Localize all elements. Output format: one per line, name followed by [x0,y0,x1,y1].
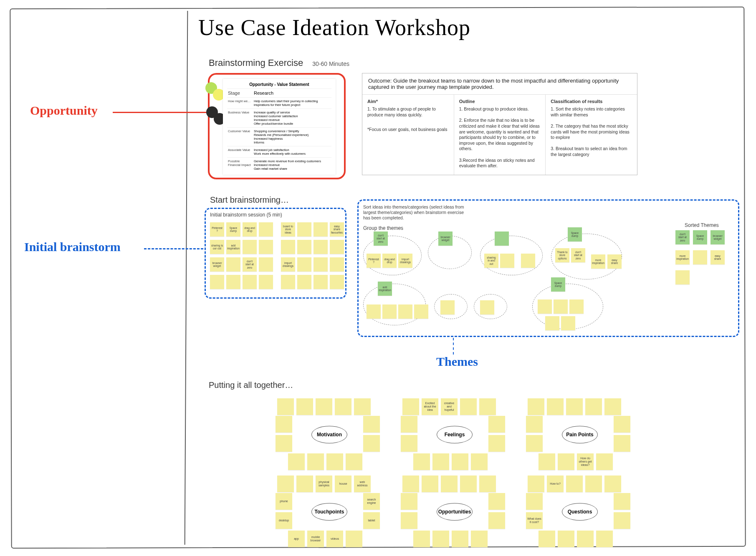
empathy-note[interactable] [346,453,362,470]
empathy-note[interactable]: Excited about the idea [422,398,438,415]
sorted-theme-note[interactable] [693,250,707,264]
sticky-note[interactable] [259,275,273,289]
empathy-note[interactable] [604,398,621,415]
sorted-theme-note[interactable]: more inspiration [675,250,690,264]
sticky-note[interactable] [259,222,273,236]
empathy-note[interactable] [402,398,419,415]
sticky-note[interactable] [297,275,311,289]
empathy-note[interactable] [335,398,351,415]
empathy-note[interactable] [316,398,332,415]
empathy-note[interactable] [488,493,505,510]
empathy-note[interactable] [488,416,505,433]
empathy-note[interactable] [539,531,555,547]
empathy-note[interactable] [452,453,468,470]
empathy-note[interactable]: tablet [363,512,380,529]
empathy-note[interactable]: videos [326,531,343,547]
empathy-note[interactable] [614,416,630,433]
empathy-note[interactable] [432,453,449,470]
empathy-note[interactable] [277,475,294,492]
sticky-note[interactable] [297,222,311,236]
empathy-note[interactable]: creative and hopeful [441,398,458,415]
empathy-note[interactable] [558,453,574,470]
theme-note[interactable] [500,254,514,268]
theme-note[interactable] [367,304,381,319]
theme-note[interactable] [398,304,412,319]
empathy-note[interactable] [566,475,583,492]
theme-header-note[interactable]: Space dump [568,227,582,242]
empathy-note[interactable] [596,453,613,470]
theme-note[interactable] [440,300,455,314]
empathy-note[interactable] [585,398,602,415]
theme-note[interactable]: don't start at zero [571,248,585,262]
empathy-note[interactable] [585,475,602,492]
empathy-note[interactable] [577,531,594,547]
sticky-note[interactable] [314,257,328,272]
theme-note[interactable] [538,299,552,314]
empathy-note[interactable] [276,435,292,452]
theme-note[interactable] [382,304,397,319]
sticky-note[interactable] [330,257,344,272]
empathy-note[interactable] [471,531,488,547]
empathy-note[interactable]: app [288,531,305,547]
sticky-note[interactable]: import drawings [281,257,295,272]
theme-header-note[interactable]: add inspiration [378,282,392,296]
sticky-note[interactable] [226,275,240,289]
empathy-note[interactable] [604,475,621,492]
sticky-note[interactable] [243,275,257,289]
empathy-note[interactable] [413,531,430,547]
empathy-note[interactable] [441,475,458,492]
empathy-note[interactable]: physical samples [316,475,332,492]
sticky-note[interactable]: browser widget [210,257,224,272]
sticky-note[interactable] [330,240,344,254]
theme-note[interactable]: import drawings [398,254,412,268]
sticky-note[interactable]: Pinterest ? [210,222,224,236]
sticky-note[interactable] [243,240,257,254]
empathy-note[interactable] [401,416,417,433]
theme-header-note[interactable]: browser widget [438,231,453,246]
empathy-note[interactable] [402,475,419,492]
sorted-theme-note[interactable]: easy share [710,250,725,264]
empathy-note[interactable] [558,531,574,547]
sticky-note[interactable]: board to store ideas [281,222,295,236]
sticky-note[interactable]: add inspiration [226,240,240,254]
empathy-note[interactable]: mobile browser [307,531,324,547]
empathy-note[interactable] [401,512,417,529]
sorted-theme-header[interactable]: don't start at zero [675,230,690,244]
sticky-note[interactable] [281,240,295,254]
empathy-note[interactable]: search engine [363,493,380,510]
sticky-note[interactable] [297,240,311,254]
empathy-note[interactable] [296,475,313,492]
sticky-note[interactable] [259,240,273,254]
empathy-note[interactable] [471,453,488,470]
empathy-note[interactable] [488,435,505,452]
empathy-note[interactable] [277,398,294,415]
whiteboard-canvas[interactable]: Use Case Ideation Workshop Brainstorming… [0,0,756,556]
sticky-note[interactable] [314,222,328,236]
sticky-note[interactable] [330,275,344,289]
empathy-note[interactable]: How do others get ideas? [577,453,594,470]
empathy-note[interactable] [346,531,362,547]
theme-note[interactable] [480,300,494,314]
sticky-note[interactable]: drag and drop [243,222,257,236]
empathy-note[interactable] [363,435,380,452]
theme-note[interactable]: sharing in and out [484,254,498,268]
theme-note[interactable] [545,316,559,330]
sticky-note[interactable]: Space dump [226,222,240,236]
empathy-note[interactable] [432,531,449,547]
sticky-note[interactable]: easy share favourites [330,222,344,236]
sorted-theme-note[interactable] [675,270,690,284]
sticky-note[interactable] [281,275,295,289]
empathy-note[interactable] [614,512,630,529]
theme-note[interactable]: more inspiration [591,254,605,269]
empathy-note[interactable]: How to? [547,475,564,492]
sorted-theme-header[interactable]: browser widget [710,230,725,244]
sticky-note[interactable] [259,257,273,272]
empathy-note[interactable] [326,453,343,470]
empathy-note[interactable] [401,493,417,510]
theme-note[interactable] [414,304,428,319]
empathy-note[interactable]: desktop [276,512,292,529]
sticky-note[interactable] [297,257,311,272]
empathy-note[interactable] [528,475,544,492]
empathy-note[interactable] [566,398,583,415]
empathy-note[interactable]: What does it cost? [526,512,543,529]
